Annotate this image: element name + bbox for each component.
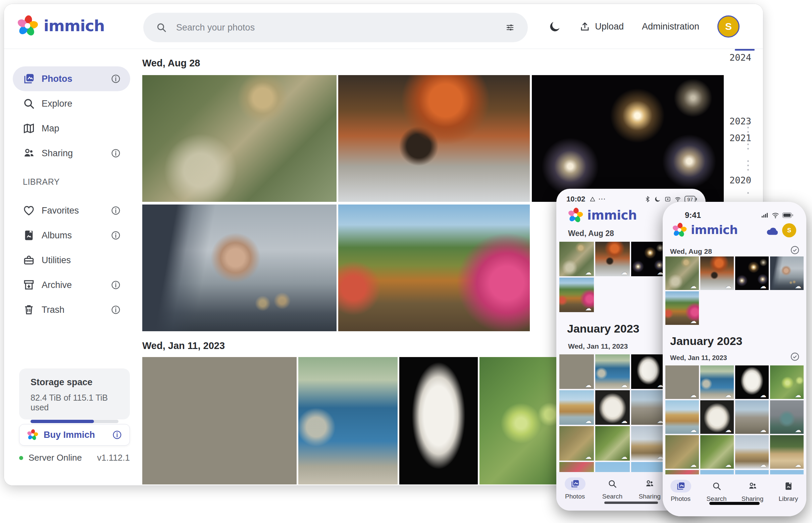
photo-fortress-walls[interactable]	[142, 357, 297, 484]
thumb-fireworks[interactable]	[735, 256, 769, 290]
wifi-icon	[772, 211, 779, 219]
photo-monkeys-at-zoo[interactable]	[142, 75, 336, 202]
thumb-marble-bust[interactable]	[735, 365, 769, 399]
search-input[interactable]	[175, 22, 496, 33]
sidebar-item-map[interactable]: Map	[13, 116, 130, 141]
thumb-alpine-houses[interactable]	[770, 435, 804, 469]
sidebar-item-utilities[interactable]: Utilities	[13, 248, 130, 273]
immich-logo: immich	[568, 208, 637, 223]
photo-autumn-dinner-table[interactable]	[338, 75, 530, 202]
thumb-marble-rock-statue[interactable]	[595, 390, 630, 425]
sidebar-item-trash[interactable]: Trash	[13, 297, 130, 322]
photo-fireworks[interactable]	[532, 75, 724, 202]
thumb-marble-bust[interactable]	[631, 354, 666, 389]
info-icon[interactable]	[111, 280, 121, 290]
nav-item-sharing[interactable]: Sharing	[735, 480, 771, 503]
thumb-dry-branches[interactable]	[559, 426, 594, 461]
thumb-ornate-monument[interactable]	[770, 400, 804, 434]
storage-usage: 82.4 TiB of 115.1 TiB used	[31, 393, 118, 412]
thumb-fortress-walls[interactable]	[666, 365, 699, 399]
info-icon[interactable]	[111, 74, 121, 84]
thumb-lizard-on-moss[interactable]	[595, 426, 630, 461]
info-icon[interactable]	[111, 205, 121, 216]
sidebar-item-archive[interactable]: Archive	[13, 273, 130, 297]
timeline-tick	[747, 169, 749, 170]
nav-item-search[interactable]: Search	[593, 477, 631, 500]
thumb-ruin-walls[interactable]	[631, 390, 666, 425]
immich-logo-icon	[672, 222, 687, 237]
thumb-fireworks[interactable]	[631, 242, 666, 276]
sidebar-item-explore[interactable]: Explore	[13, 91, 130, 116]
thumb-autumn-garden-path[interactable]	[559, 277, 594, 312]
thumb-marble-rock-statue[interactable]	[700, 400, 734, 434]
thumb-seagrape-plant[interactable]	[770, 365, 804, 399]
select-all-check-icon[interactable]	[790, 246, 799, 255]
photo-marble-bust[interactable]	[399, 357, 478, 484]
timeline-year-2023[interactable]: 2023	[729, 116, 750, 126]
dark-mode-toggle-moon-icon[interactable]	[549, 20, 562, 33]
select-all-check-icon[interactable]	[790, 352, 799, 361]
user-avatar[interactable]: S	[782, 223, 796, 237]
administration-link[interactable]: Administration	[642, 21, 699, 32]
immich-logo-icon	[27, 429, 38, 440]
sidebar-item-photos[interactable]: Photos	[13, 66, 130, 91]
thumb-beach-cliff[interactable]	[559, 390, 594, 425]
thumb-autumn-garden-path[interactable]	[666, 291, 699, 325]
backup-cloud-icon[interactable]	[765, 224, 779, 238]
sidebar-item-label: Albums	[41, 230, 72, 241]
nav-item-photos[interactable]: Photos	[663, 480, 698, 503]
photo-seaside-fortress[interactable]	[298, 357, 398, 484]
user-avatar[interactable]: S	[718, 15, 740, 38]
thumb-autumn-dinner-table[interactable]	[700, 256, 734, 290]
thumb-monkeys-at-zoo[interactable]	[666, 256, 699, 290]
upload-label: Upload	[595, 21, 624, 32]
search-icon	[23, 97, 35, 110]
info-icon[interactable]	[111, 148, 121, 158]
nav-item-photos[interactable]: Photos	[556, 477, 593, 500]
thumb-lizard-on-moss[interactable]	[700, 435, 734, 469]
thumb-holding-hands[interactable]	[770, 256, 804, 290]
nav-label: Photos	[565, 493, 585, 500]
search-bar[interactable]	[143, 13, 528, 42]
timeline-year-2021[interactable]: 2021	[729, 133, 750, 143]
photo-seagrape-plant[interactable]	[480, 357, 559, 484]
thumb-ruin-walls[interactable]	[735, 400, 769, 434]
thumb-seaside-fortress[interactable]	[700, 365, 734, 399]
thumb-beach-cliff[interactable]	[666, 400, 699, 434]
thumb-winter-village[interactable]	[735, 435, 769, 469]
home-indicator[interactable]	[709, 502, 760, 505]
sidebar-item-sharing[interactable]: Sharing	[13, 141, 130, 166]
status-icons	[761, 211, 794, 219]
wifi-icon	[674, 196, 681, 202]
search-filters-icon[interactable]	[505, 22, 515, 33]
thumb-monkeys-at-zoo[interactable]	[559, 242, 594, 276]
thumb-fortress-walls[interactable]	[559, 354, 594, 389]
home-indicator[interactable]	[604, 502, 658, 504]
timeline-year-2020[interactable]: 2020	[729, 175, 750, 185]
immich-logo: immich	[672, 222, 738, 237]
upload-button[interactable]: Upload	[580, 21, 624, 32]
thumb-winter-village[interactable]	[631, 426, 666, 461]
thumb-autumn-dinner-table[interactable]	[595, 242, 630, 276]
month-header: January 2023	[567, 322, 640, 335]
toolbox-icon	[23, 254, 35, 266]
info-icon[interactable]	[111, 230, 121, 240]
nav-label: Sharing	[639, 493, 661, 500]
thumb-dry-branches[interactable]	[666, 435, 699, 469]
info-icon[interactable]	[112, 430, 122, 440]
photo-holding-hands[interactable]	[142, 204, 336, 331]
immich-logo[interactable]: immich	[17, 15, 104, 37]
timeline-year-2024[interactable]: 2024	[729, 52, 750, 63]
album-icon	[23, 229, 35, 241]
sidebar-item-favorites[interactable]: Favorites	[13, 198, 130, 223]
info-icon[interactable]	[111, 305, 121, 315]
photos-icon	[670, 480, 691, 492]
phone-date-header: Wed, Jan 11, 2023	[670, 354, 727, 362]
photo-autumn-garden-path[interactable]	[338, 204, 530, 331]
buy-immich-button[interactable]: Buy Immich	[19, 424, 130, 446]
nav-item-library[interactable]: Library	[771, 480, 806, 503]
sidebar-item-label: Sharing	[41, 148, 73, 159]
sidebar-item-albums[interactable]: Albums	[13, 223, 130, 248]
thumb-seaside-fortress[interactable]	[595, 354, 630, 389]
nav-item-search[interactable]: Search	[698, 480, 735, 503]
